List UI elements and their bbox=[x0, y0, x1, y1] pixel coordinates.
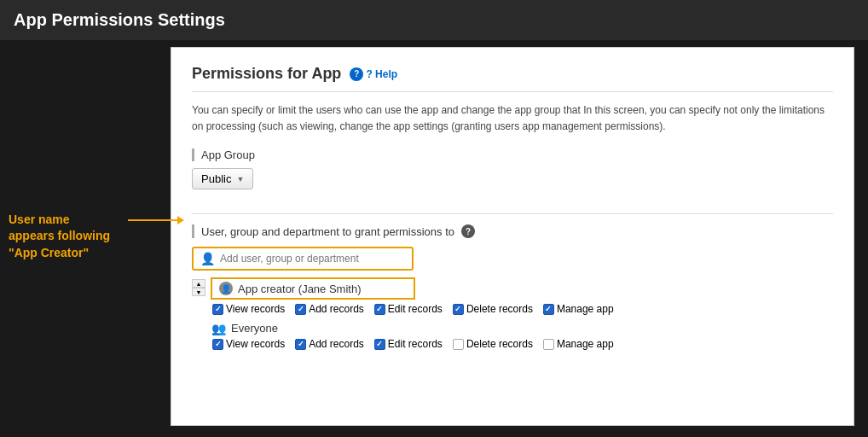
edit-checkbox[interactable] bbox=[374, 304, 385, 315]
annotation-area: User nameappears following"App Creator" bbox=[0, 40, 171, 433]
table-row: ▲ ▼ 👤 App creator (Jane Smith) View reco… bbox=[192, 277, 833, 315]
everyone-permissions-row: View records Add records Edit records De… bbox=[211, 338, 833, 350]
delete-label: Delete records bbox=[466, 303, 533, 315]
everyone-delete-checkbox[interactable] bbox=[453, 339, 464, 350]
annotation-arrow bbox=[128, 219, 179, 221]
app-group-dropdown[interactable]: Public bbox=[192, 168, 253, 189]
manage-checkbox[interactable] bbox=[543, 304, 554, 315]
everyone-entry: 👥 Everyone View records Add records Edit bbox=[211, 322, 833, 350]
everyone-edit-checkbox[interactable] bbox=[374, 339, 385, 350]
app-group-value: Public bbox=[201, 172, 231, 185]
everyone-manage-label: Manage app bbox=[557, 338, 614, 350]
user-entry: 👤 App creator (Jane Smith) View records … bbox=[211, 277, 833, 315]
view-records-perm: View records bbox=[212, 303, 285, 315]
group-icon: 👥 bbox=[211, 323, 226, 335]
delete-records-perm: Delete records bbox=[453, 303, 533, 315]
everyone-view-perm: View records bbox=[212, 338, 285, 350]
user-avatar-icon: 👤 bbox=[219, 282, 233, 295]
help-label: ? Help bbox=[366, 68, 397, 80]
description-text: You can specify or limit the users who c… bbox=[192, 104, 825, 132]
view-checkbox[interactable] bbox=[212, 304, 223, 315]
help-link[interactable]: ? ? Help bbox=[350, 67, 397, 81]
add-user-field[interactable] bbox=[220, 253, 391, 265]
everyone-manage-perm: Manage app bbox=[543, 338, 614, 350]
title-text: App Permissions Settings bbox=[14, 10, 225, 29]
panel-title-row: Permissions for App ? ? Help bbox=[192, 65, 833, 83]
permissions-label-text: User, group and department to grant perm… bbox=[201, 225, 454, 238]
everyone-edit-perm: Edit records bbox=[374, 338, 443, 350]
panel-description: You can specify or limit the users who c… bbox=[192, 91, 833, 135]
page-title: App Permissions Settings bbox=[0, 0, 868, 40]
everyone-edit-label: Edit records bbox=[388, 338, 443, 350]
app-group-label: App Group bbox=[192, 149, 833, 161]
everyone-add-perm: Add records bbox=[295, 338, 364, 350]
help-icon: ? bbox=[350, 67, 363, 81]
everyone-view-checkbox[interactable] bbox=[212, 339, 223, 350]
permissions-row: View records Add records Edit records De… bbox=[211, 303, 833, 315]
user-name-text: App creator (Jane Smith) bbox=[238, 283, 362, 295]
edit-records-perm: Edit records bbox=[374, 303, 443, 315]
edit-label: Edit records bbox=[388, 303, 443, 315]
permissions-section-label: User, group and department to grant perm… bbox=[192, 224, 833, 238]
everyone-delete-label: Delete records bbox=[466, 338, 533, 350]
section-divider bbox=[192, 213, 833, 214]
everyone-view-label: View records bbox=[226, 338, 285, 350]
row-controls-everyone bbox=[192, 323, 205, 341]
info-icon[interactable]: ? bbox=[461, 224, 475, 238]
table-row: 👥 Everyone View records Add records Edit bbox=[192, 322, 833, 350]
add-user-input-container[interactable]: 👤 bbox=[192, 247, 414, 271]
view-label: View records bbox=[226, 303, 285, 315]
permissions-panel: Permissions for App ? ? Help You can spe… bbox=[171, 47, 854, 426]
add-checkbox[interactable] bbox=[295, 304, 306, 315]
add-user-icon: 👤 bbox=[200, 252, 215, 265]
add-label: Add records bbox=[309, 303, 364, 315]
panel-title-text: Permissions for App bbox=[192, 65, 341, 83]
user-name-row: 👤 App creator (Jane Smith) bbox=[211, 277, 415, 300]
everyone-add-label: Add records bbox=[309, 338, 364, 350]
everyone-delete-perm: Delete records bbox=[453, 338, 533, 350]
row-down-btn[interactable]: ▼ bbox=[192, 288, 205, 296]
delete-checkbox[interactable] bbox=[453, 304, 464, 315]
everyone-add-checkbox[interactable] bbox=[295, 339, 306, 350]
annotation-text: User nameappears following"App Creator" bbox=[9, 212, 110, 262]
row-up-btn[interactable]: ▲ bbox=[192, 279, 205, 288]
everyone-name-text: Everyone bbox=[231, 322, 278, 335]
add-records-perm: Add records bbox=[295, 303, 364, 315]
everyone-manage-checkbox[interactable] bbox=[543, 339, 554, 350]
everyone-name-row: 👥 Everyone bbox=[211, 322, 833, 335]
row-controls: ▲ ▼ bbox=[192, 279, 205, 296]
manage-app-perm: Manage app bbox=[543, 303, 614, 315]
manage-label: Manage app bbox=[557, 303, 614, 315]
